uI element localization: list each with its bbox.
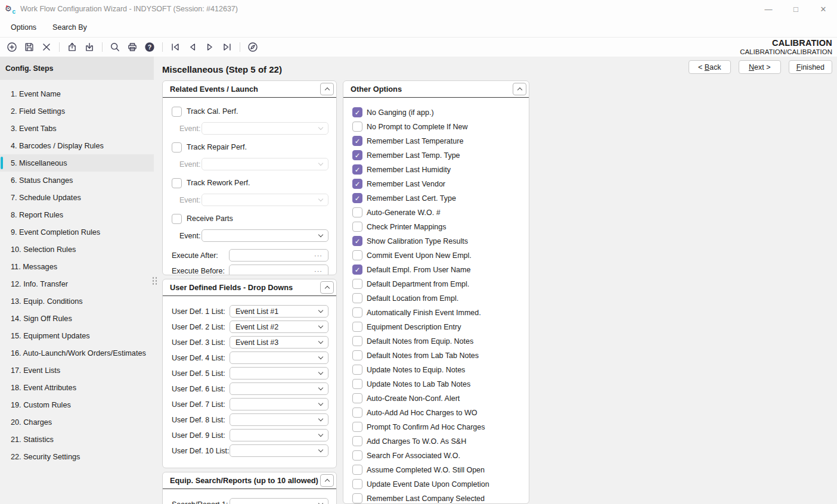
sidebar-item[interactable]: 8. Report Rules [0, 206, 154, 223]
menu-item-search-by[interactable]: Search By [52, 23, 87, 32]
udf-select[interactable] [230, 398, 328, 410]
execute-before-input[interactable]: ··· [229, 265, 328, 275]
option-checkbox[interactable] [352, 479, 362, 489]
option-checkbox[interactable] [352, 422, 362, 432]
close-button[interactable]: ✕ [810, 0, 837, 18]
compass-icon[interactable] [246, 41, 259, 54]
next-record-icon[interactable] [203, 41, 216, 54]
option-checkbox[interactable] [352, 493, 362, 503]
collapse-button[interactable] [320, 281, 334, 294]
add-icon[interactable] [5, 41, 18, 54]
event-select[interactable] [202, 194, 328, 206]
collapse-button[interactable] [320, 474, 334, 487]
udf-select[interactable] [230, 444, 328, 457]
search-icon[interactable] [108, 41, 122, 54]
option-checkbox[interactable] [352, 336, 362, 346]
option-row: No Ganging (if app.) [352, 107, 522, 117]
sidebar-item[interactable]: 17. Event Lists [0, 362, 154, 379]
option-checkbox[interactable] [352, 193, 362, 203]
sidebar-item[interactable]: 7. Schedule Updates [0, 189, 154, 206]
delete-icon[interactable] [40, 41, 53, 54]
sidebar-item[interactable]: 22. Security Settings [0, 448, 154, 465]
udf-select[interactable] [230, 367, 328, 379]
previous-record-icon[interactable] [186, 41, 199, 54]
splitter-handle[interactable] [152, 276, 157, 286]
search-report-select[interactable] [230, 498, 328, 504]
option-checkbox[interactable] [352, 207, 362, 217]
import-icon[interactable] [83, 41, 96, 54]
checkbox[interactable] [172, 142, 182, 153]
sidebar-item[interactable]: 6. Status Changes [0, 172, 154, 189]
option-checkbox[interactable] [352, 279, 362, 289]
option-checkbox[interactable] [352, 293, 362, 303]
option-checkbox[interactable] [352, 265, 362, 275]
option-checkbox[interactable] [352, 122, 362, 132]
export-icon[interactable] [66, 41, 79, 54]
event-select[interactable] [202, 229, 328, 242]
maximize-button[interactable]: □ [782, 0, 810, 18]
sidebar-item[interactable]: 14. Sign Off Rules [0, 310, 154, 327]
sidebar-item[interactable]: 13. Equip. Conditions [0, 293, 154, 310]
help-icon[interactable]: ? [143, 41, 156, 54]
first-record-icon[interactable] [169, 41, 182, 54]
option-checkbox[interactable] [352, 307, 362, 318]
next-button[interactable]: Next > [739, 60, 781, 74]
udf-select[interactable] [230, 413, 328, 426]
checkbox[interactable] [172, 178, 182, 188]
option-checkbox[interactable] [352, 136, 362, 146]
option-checkbox[interactable] [352, 450, 362, 461]
sidebar-item[interactable]: 15. Equipment Updates [0, 327, 154, 344]
option-checkbox[interactable] [352, 322, 362, 332]
sidebar-item[interactable]: 16. Auto-Launch/Work Orders/Estimates [0, 344, 154, 362]
sidebar-item[interactable]: 10. Selection Rules [0, 241, 154, 258]
ellipsis-button[interactable]: ··· [314, 252, 323, 259]
event-select[interactable] [202, 122, 328, 135]
sidebar-item[interactable]: 1. Event Name [0, 85, 154, 102]
back-button[interactable]: < Back [689, 60, 731, 74]
execute-after-input[interactable]: ··· [229, 249, 328, 262]
udf-select[interactable]: Event List #3 [230, 336, 328, 349]
sidebar-item[interactable]: 18. Event Attributes [0, 379, 154, 396]
option-checkbox[interactable] [352, 379, 362, 389]
ellipsis-button[interactable]: ··· [314, 267, 323, 275]
option-checkbox[interactable] [352, 236, 362, 246]
udf-select[interactable]: Event List #2 [230, 321, 328, 333]
option-checkbox[interactable] [352, 222, 362, 232]
option-checkbox[interactable] [352, 150, 362, 160]
event-select[interactable] [202, 158, 328, 170]
udf-select[interactable] [230, 351, 328, 364]
sidebar-item[interactable]: 20. Charges [0, 413, 154, 431]
udf-select[interactable]: Event List #1 [230, 305, 328, 318]
sidebar-item[interactable]: 3. Event Tabs [0, 120, 154, 137]
option-checkbox[interactable] [352, 465, 362, 475]
option-checkbox[interactable] [352, 393, 362, 403]
finished-button[interactable]: Finished [789, 60, 832, 74]
option-checkbox[interactable] [352, 365, 362, 375]
option-checkbox[interactable] [352, 250, 362, 260]
option-checkbox[interactable] [352, 407, 362, 418]
option-checkbox[interactable] [352, 350, 362, 360]
udf-select[interactable] [230, 429, 328, 441]
option-checkbox[interactable] [352, 436, 362, 446]
sidebar-item[interactable]: 5. Miscellaneous [0, 154, 154, 172]
collapse-button[interactable] [320, 83, 334, 95]
option-checkbox[interactable] [352, 164, 362, 175]
save-icon[interactable] [23, 41, 36, 54]
option-checkbox[interactable] [352, 179, 362, 189]
sidebar-item[interactable]: 19. Custom Rules [0, 396, 154, 413]
menu-item-options[interactable]: Options [11, 23, 36, 32]
last-record-icon[interactable] [221, 41, 234, 54]
sidebar-item[interactable]: 9. Event Completion Rules [0, 223, 154, 241]
sidebar-item[interactable]: 12. Info. Transfer [0, 275, 154, 293]
checkbox[interactable] [172, 214, 182, 224]
sidebar-item[interactable]: 11. Messages [0, 258, 154, 275]
sidebar-item[interactable]: 4. Barcodes / Display Rules [0, 137, 154, 154]
sidebar-item[interactable]: 21. Statistics [0, 431, 154, 448]
collapse-button[interactable] [513, 83, 526, 95]
option-checkbox[interactable] [352, 107, 362, 117]
udf-select[interactable] [230, 382, 328, 395]
checkbox[interactable] [172, 107, 182, 117]
print-icon[interactable] [126, 41, 139, 54]
sidebar-item[interactable]: 2. Field Settings [0, 102, 154, 120]
minimize-button[interactable]: — [755, 0, 782, 18]
